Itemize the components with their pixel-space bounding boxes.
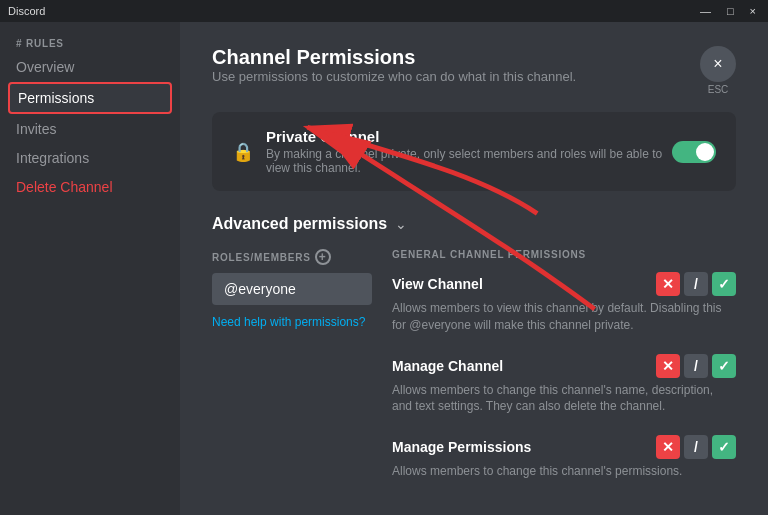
permission-view-channel-buttons: ✕ / ✓: [656, 272, 736, 296]
chevron-down-icon[interactable]: ⌄: [395, 216, 407, 232]
close-area: × ESC: [700, 46, 736, 95]
sidebar-item-label: Integrations: [16, 150, 89, 166]
esc-label: ESC: [708, 84, 729, 95]
content-title-area: Channel Permissions Use permissions to c…: [212, 46, 576, 104]
sidebar-item-label: Permissions: [18, 90, 94, 106]
permission-manage-channel-buttons: ✕ / ✓: [656, 354, 736, 378]
titlebar: Discord — □ ×: [0, 0, 768, 22]
allow-button[interactable]: ✓: [712, 354, 736, 378]
deny-button[interactable]: ✕: [656, 435, 680, 459]
deny-button[interactable]: ✕: [656, 272, 680, 296]
neutral-button[interactable]: /: [684, 272, 708, 296]
window-controls: — □ ×: [696, 5, 760, 17]
private-channel-toggle[interactable]: [672, 141, 716, 163]
page-subtitle: Use permissions to customize who can do …: [212, 69, 576, 84]
permission-manage-channel-desc: Allows members to change this channel's …: [392, 382, 736, 416]
add-role-button[interactable]: +: [315, 249, 331, 265]
sidebar-section-label: # RULES: [8, 38, 172, 49]
app-body: # RULES Overview Permissions Invites Int…: [0, 22, 768, 515]
permission-manage-permissions-buttons: ✕ / ✓: [656, 435, 736, 459]
sidebar: # RULES Overview Permissions Invites Int…: [0, 22, 180, 515]
permission-view-channel-header: View Channel ✕ / ✓: [392, 272, 736, 296]
sidebar-item-permissions[interactable]: Permissions: [8, 82, 172, 114]
general-permissions-column: GENERAL CHANNEL PERMISSIONS View Channel…: [392, 249, 736, 500]
permission-manage-permissions-name: Manage Permissions: [392, 439, 531, 455]
minimize-button[interactable]: —: [696, 5, 715, 17]
permission-manage-permissions-desc: Allows members to change this channel's …: [392, 463, 736, 480]
content-area: Channel Permissions Use permissions to c…: [180, 22, 768, 515]
sidebar-item-label: Delete Channel: [16, 179, 113, 195]
permission-manage-channel-header: Manage Channel ✕ / ✓: [392, 354, 736, 378]
permission-manage-channel: Manage Channel ✕ / ✓ Allows members to c…: [392, 354, 736, 416]
lock-icon: 🔒: [232, 141, 254, 163]
close-window-button[interactable]: ×: [746, 5, 760, 17]
permission-manage-channel-name: Manage Channel: [392, 358, 503, 374]
sidebar-item-delete-channel[interactable]: Delete Channel: [8, 173, 172, 201]
help-permissions-link[interactable]: Need help with permissions?: [212, 315, 372, 329]
permission-view-channel-desc: Allows members to view this channel by d…: [392, 300, 736, 334]
role-label: @everyone: [224, 281, 296, 297]
sidebar-item-integrations[interactable]: Integrations: [8, 144, 172, 172]
roles-column-label: ROLES/MEMBERS +: [212, 249, 372, 265]
role-everyone[interactable]: @everyone: [212, 273, 372, 305]
permission-view-channel-name: View Channel: [392, 276, 483, 292]
content-header: Channel Permissions Use permissions to c…: [212, 46, 736, 104]
sidebar-item-label: Overview: [16, 59, 74, 75]
neutral-button[interactable]: /: [684, 354, 708, 378]
sidebar-item-invites[interactable]: Invites: [8, 115, 172, 143]
private-channel-description: By making a channel private, only select…: [266, 147, 672, 175]
private-channel-info: Private Channel By making a channel priv…: [266, 128, 672, 175]
allow-button[interactable]: ✓: [712, 435, 736, 459]
permission-manage-permissions: Manage Permissions ✕ / ✓ Allows members …: [392, 435, 736, 480]
private-channel-card: 🔒 Private Channel By making a channel pr…: [212, 112, 736, 191]
sidebar-item-label: Invites: [16, 121, 56, 137]
sidebar-item-overview[interactable]: Overview: [8, 53, 172, 81]
maximize-button[interactable]: □: [723, 5, 738, 17]
neutral-button[interactable]: /: [684, 435, 708, 459]
permission-view-channel: View Channel ✕ / ✓ Allows members to vie…: [392, 272, 736, 334]
general-permissions-label: GENERAL CHANNEL PERMISSIONS: [392, 249, 736, 260]
roles-column: ROLES/MEMBERS + @everyone Need help with…: [212, 249, 372, 500]
allow-button[interactable]: ✓: [712, 272, 736, 296]
toggle-knob: [696, 143, 714, 161]
page-title: Channel Permissions: [212, 46, 576, 69]
permission-manage-permissions-header: Manage Permissions ✕ / ✓: [392, 435, 736, 459]
permissions-grid: ROLES/MEMBERS + @everyone Need help with…: [212, 249, 736, 500]
app-title: Discord: [8, 5, 45, 17]
close-button[interactable]: ×: [700, 46, 736, 82]
advanced-title: Advanced permissions: [212, 215, 387, 233]
private-channel-title: Private Channel: [266, 128, 672, 145]
deny-button[interactable]: ✕: [656, 354, 680, 378]
advanced-permissions-header: Advanced permissions ⌄: [212, 215, 736, 233]
